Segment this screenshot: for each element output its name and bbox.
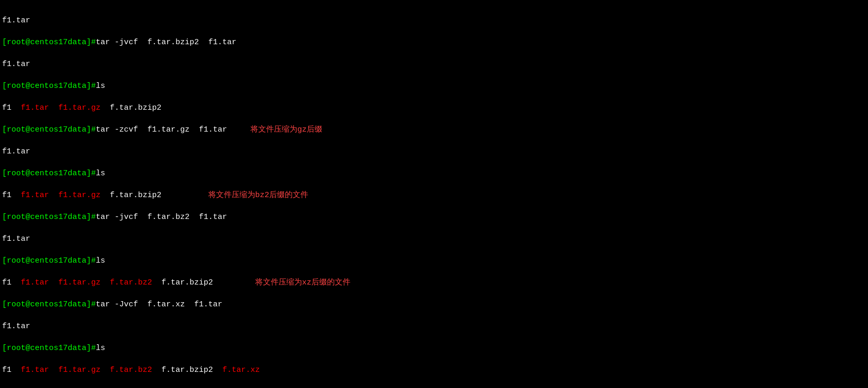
line-13: f1 f1.tar f1.tar.gz f.tar.bz2 f.tar.bzip… [2, 277, 866, 288]
line-17: f1 f1.tar f1.tar.gz f.tar.bz2 f.tar.bzip… [2, 365, 866, 376]
line-8: [root@centos17data]#ls [2, 168, 866, 179]
line-6: [root@centos17data]#tar -zcvf f1.tar.gz … [2, 124, 866, 135]
line-14: [root@centos17data]#tar -Jvcf f.tar.xz f… [2, 299, 866, 310]
line-2: [root@centos17data]#tar -jvcf f.tar.bzip… [2, 37, 866, 48]
line-16: [root@centos17data]#ls [2, 343, 866, 354]
line-7: f1.tar [2, 146, 866, 157]
terminal: f1.tar [root@centos17data]#tar -jvcf f.t… [2, 4, 866, 388]
line-12: [root@centos17data]#ls [2, 255, 866, 266]
line-10: [root@centos17data]#tar -jvcf f.tar.bz2 … [2, 212, 866, 223]
line-4: [root@centos17data]#ls [2, 81, 866, 92]
line-3: f1.tar [2, 59, 866, 70]
line-1: f1.tar [2, 15, 866, 26]
line-15: f1.tar [2, 321, 866, 332]
line-9: f1 f1.tar f1.tar.gz f.tar.bzip2 将文件压缩为bz… [2, 190, 866, 201]
line-11: f1.tar [2, 234, 866, 244]
line-5: f1 f1.tar f1.tar.gz f.tar.bzip2 [2, 102, 866, 113]
